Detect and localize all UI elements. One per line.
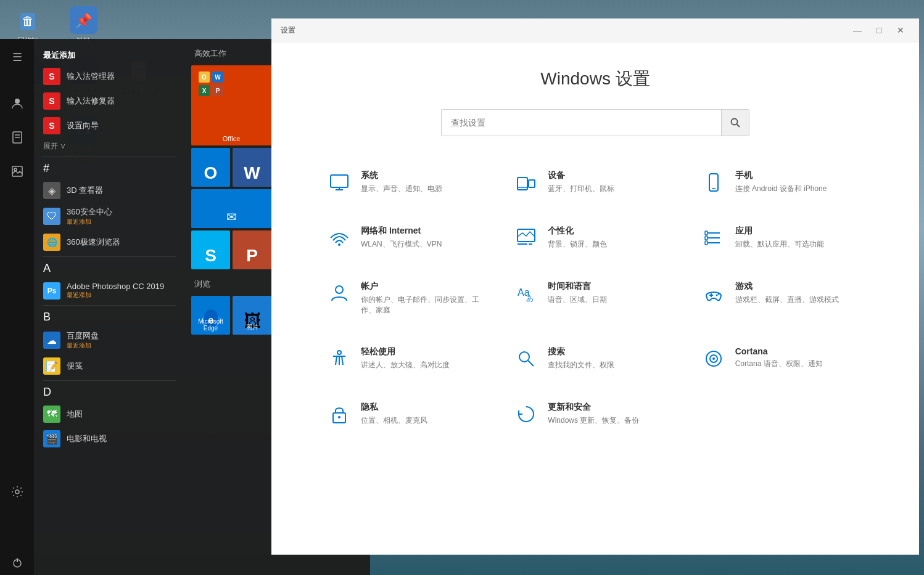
settings-titlebar: 设置 — □ ✕ [271,18,919,43]
ps-list-icon: Ps [43,282,60,300]
start-app-setup-guide[interactable]: S 设置向导 [34,113,185,138]
network-subtitle: WLAN、飞行模式、VPN [361,239,442,250]
svg-point-57 [519,352,529,362]
devices-icon [514,170,538,195]
phone-text: 手机 连接 Android 设备和 iPhone [735,170,827,194]
settings-window: 设置 — □ ✕ Windows 设置 [271,18,919,555]
apps-subtitle: 卸载、默认应用、可选功能 [735,239,824,250]
network-title: 网络和 Internet [361,226,442,237]
cortana-subtitle: Cortana 语音、权限、通知 [735,359,823,369]
letter-b: B [34,308,185,327]
tile-skype[interactable]: S [191,230,230,269]
photos-sidebar-icon[interactable] [5,159,30,184]
settings-window-title: 设置 [281,25,295,36]
settings-items-grid: 系统 显示、声音、通知、电源 设备 蓝牙、打印机、鼠标 [318,161,873,436]
privacy-subtitle: 位置、相机、麦克风 [361,415,427,426]
svg-point-54 [337,351,341,354]
tile-office-label: Office [191,135,271,142]
start-app-input-method[interactable]: S 输入法管理器 [34,64,185,89]
svg-rect-29 [331,175,348,187]
start-app-360safe[interactable]: 🛡 360安全中心 最近添加 [34,203,185,230]
svg-rect-17 [12,166,22,176]
documents-icon[interactable] [5,125,30,150]
settings-item-phone[interactable]: 手机 连接 Android 设备和 iPhone [692,161,873,204]
settings-search-button[interactable] [721,110,749,136]
settings-item-devices[interactable]: 设备 蓝牙、打印机、鼠标 [505,161,685,204]
letter-hash: # [34,159,185,178]
360speed-list-icon: 🌐 [43,234,60,251]
settings-item-accessibility[interactable]: 轻松使用 讲述人、放大镜、高对比度 [318,337,498,380]
baidu-list-icon: ☁ [43,332,60,349]
360safe-label: 360安全中心 [67,206,112,218]
settings-item-privacy[interactable]: 隐私 位置、相机、麦克风 [318,393,498,436]
apps-icon [701,226,726,250]
search-subtitle: 查找我的文件、权限 [548,360,614,370]
input-repair-label: 输入法修复器 [67,96,115,107]
phone-title: 手机 [735,170,827,181]
settings-item-search[interactable]: 搜索 查找我的文件、权限 [505,337,685,380]
tile-word[interactable]: W [233,148,271,187]
settings-item-cortana[interactable]: Cortana Cortana 语音、权限、通知 [692,337,873,380]
maps-label: 地图 [67,409,83,420]
apps-title: 应用 [735,226,824,237]
start-app-3dviewer[interactable]: ◈ 3D 查看器 [34,178,185,203]
tile-email[interactable]: ✉ [191,189,271,228]
cortana-text: Cortana Cortana 语音、权限、通知 [735,346,823,369]
gaming-icon [701,281,726,306]
input-method-label: 输入法管理器 [67,71,115,82]
system-subtitle: 显示、声音、通知、电源 [361,184,442,194]
minimize-button[interactable]: — [848,23,867,37]
settings-item-gaming[interactable]: 游戏 游戏栏、截屏、直播、游戏模式 [692,272,873,325]
settings-item-apps[interactable]: 应用 卸载、默认应用、可选功能 [692,216,873,259]
3dviewer-label: 3D 查看器 [67,185,103,196]
start-app-notepad[interactable]: 📝 便笺 [34,354,185,378]
settings-item-personalization[interactable]: 个性化 背景、锁屏、颜色 [505,216,685,259]
start-app-maps[interactable]: 🗺 地图 [34,402,185,426]
start-app-movies[interactable]: 🎬 电影和电视 [34,426,185,451]
start-app-360speed-list[interactable]: 🌐 360极速浏览器 [34,230,185,255]
gaming-title: 游戏 [735,281,839,292]
personalization-text: 个性化 背景、锁屏、颜色 [548,226,607,250]
360safe-badge: 最近添加 [67,218,112,226]
settings-item-time[interactable]: Aa あ 时间和语言 语音、区域、日期 [505,272,685,325]
settings-item-network[interactable]: 网络和 Internet WLAN、飞行模式、VPN [318,216,498,259]
power-icon[interactable] [5,550,30,575]
settings-item-system[interactable]: 系统 显示、声音、通知、电源 [318,161,498,204]
tile-office[interactable]: O W X P Office [191,65,271,145]
accessibility-text: 轻松使用 讲述人、放大镜、高对比度 [361,346,450,370]
tile-outlook[interactable]: O [191,148,230,187]
devices-title: 设备 [548,170,614,181]
tile-ppt[interactable]: P [233,230,271,269]
system-text: 系统 显示、声音、通知、电源 [361,170,442,194]
settings-content: Windows 设置 [271,43,919,555]
notepad-label: 便笺 [67,361,83,372]
expand-button[interactable]: 展开 ∨ [34,138,185,155]
accounts-text: 帐户 你的帐户、电子邮件、同步设置、工作、家庭 [361,281,489,316]
divider-1 [43,157,176,157]
accounts-title: 帐户 [361,281,489,292]
input-repair-icon: S [43,92,60,110]
start-app-ps-list[interactable]: Ps Adobe Photoshop CC 2019 最近添加 [34,278,185,303]
phone-subtitle: 连接 Android 设备和 iPhone [735,184,827,194]
svg-rect-46 [705,241,707,245]
hamburger-menu-icon[interactable]: ☰ [5,45,30,70]
user-icon[interactable] [5,91,30,116]
tile-edge[interactable]: e Microsoft Edge [191,296,230,335]
settings-item-update[interactable]: 更新和安全 Windows 更新、恢复、备份 [505,393,685,436]
svg-rect-45 [705,236,707,240]
start-app-baidu-list[interactable]: ☁ 百度网盘 最近添加 [34,327,185,354]
svg-rect-44 [705,231,707,235]
svg-point-19 [15,490,19,494]
update-icon [514,402,538,426]
tile-photos[interactable]: 🖼 照片 [233,296,271,335]
settings-search-input[interactable] [442,112,721,134]
svg-rect-32 [518,177,527,190]
start-app-input-repair[interactable]: S 输入法修复器 [34,89,185,113]
close-button[interactable]: ✕ [891,23,910,37]
titlebar-controls: — □ ✕ [848,23,910,37]
svg-point-27 [732,119,738,125]
personalization-title: 个性化 [548,226,607,237]
settings-item-accounts[interactable]: 帐户 你的帐户、电子邮件、同步设置、工作、家庭 [318,272,498,325]
maximize-button[interactable]: □ [870,23,888,37]
settings-sidebar-icon[interactable] [5,479,30,504]
